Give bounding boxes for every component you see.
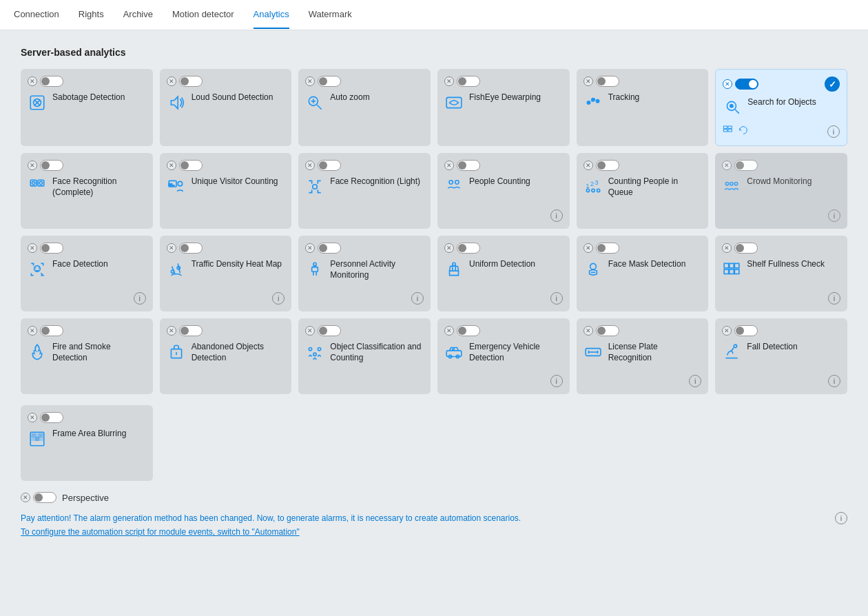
toggle-x-face-mask[interactable]: ✕ — [583, 243, 593, 253]
toggle-x-counting-queue[interactable]: ✕ — [583, 161, 593, 170]
toggle-x-loud-sound[interactable]: ✕ — [167, 76, 176, 86]
card-traffic-density: ✕ Traffic Density Heat Map i — [160, 236, 292, 311]
toggle-x-uniform-detection[interactable]: ✕ — [444, 243, 454, 253]
nav-archive[interactable]: Archive — [123, 1, 153, 29]
toggle-x-face-rec-light[interactable]: ✕ — [305, 161, 315, 170]
toggle-x-fire-smoke[interactable]: ✕ — [28, 326, 37, 336]
card-unique-visitor: ✕ Unique Visitor Counting — [160, 153, 292, 229]
nav-motion-detector[interactable]: Motion detector — [172, 1, 234, 29]
toggle-x-frame-blurring[interactable]: ✕ — [28, 413, 37, 422]
loud-sound-icon — [167, 94, 186, 116]
svg-rect-73 — [39, 433, 42, 436]
card-tracking: ✕ Tracking — [577, 69, 709, 146]
card-label-tracking: Tracking — [608, 92, 640, 103]
toggle-face-rec-light[interactable] — [318, 160, 341, 171]
toggle-abandoned-objects[interactable] — [179, 325, 203, 336]
toggle-x-object-classification[interactable]: ✕ — [305, 326, 315, 336]
toggle-x-crowd-monitoring[interactable]: ✕ — [722, 161, 732, 170]
toggle-counting-queue[interactable] — [596, 160, 619, 171]
toggle-x-tracking[interactable]: ✕ — [583, 76, 593, 86]
fire-smoke-icon — [28, 343, 47, 365]
toggle-uniform-detection[interactable] — [457, 243, 480, 254]
toggle-search-objects[interactable] — [735, 79, 758, 90]
toggle-perspective[interactable] — [33, 492, 56, 503]
info-btn-shelf-fullness[interactable]: i — [828, 292, 840, 305]
notice-line2[interactable]: To configure the automation script for m… — [21, 525, 847, 539]
card-label-counting-queue: Counting People in Queue — [608, 176, 702, 198]
analytics-grid: ✕ Sabotage Detection ✕ — [21, 69, 847, 394]
svg-point-59 — [313, 353, 316, 356]
fall-detection-icon — [722, 343, 741, 365]
toggle-frame-blurring[interactable] — [40, 412, 63, 423]
toggle-face-rec-complete[interactable] — [40, 160, 63, 171]
svg-rect-52 — [735, 263, 740, 268]
toggle-x-shelf-fullness[interactable]: ✕ — [722, 243, 732, 253]
toggle-auto-zoom[interactable] — [318, 76, 341, 87]
svg-point-27 — [449, 181, 453, 184]
toggle-x-perspective[interactable]: ✕ — [21, 493, 30, 502]
toggle-x-search-objects[interactable]: ✕ — [723, 79, 732, 89]
card-label-loud-sound: Loud Sound Detection — [192, 92, 273, 103]
toggle-x-face-rec-complete[interactable]: ✕ — [28, 161, 37, 170]
card-emergency-vehicle: ✕ Emergency Vehicle Detection i — [437, 318, 570, 394]
toggle-emergency-vehicle[interactable] — [457, 325, 480, 336]
info-btn-face-detection[interactable]: i — [134, 292, 146, 305]
nav-watermark[interactable]: Watermark — [309, 1, 352, 29]
unique-visitor-icon — [167, 178, 186, 200]
toggle-x-face-detection[interactable]: ✕ — [28, 243, 37, 253]
refresh-icon-search[interactable] — [738, 125, 749, 138]
toggle-x-traffic-density[interactable]: ✕ — [167, 243, 176, 253]
toggle-object-classification[interactable] — [318, 325, 341, 336]
info-btn-search[interactable]: i — [827, 125, 840, 138]
toggle-x-license-plate[interactable]: ✕ — [583, 326, 593, 336]
list-icon-search[interactable] — [723, 125, 734, 138]
nav-analytics[interactable]: Analytics — [254, 1, 289, 29]
info-btn-personnel-activity[interactable]: i — [411, 292, 424, 305]
toggle-tracking[interactable] — [596, 76, 619, 87]
toggle-fisheye[interactable] — [457, 76, 480, 87]
toggle-loud-sound[interactable] — [179, 76, 203, 87]
info-btn-notice[interactable]: i — [835, 512, 847, 524]
card-label-face-detection: Face Detection — [52, 259, 108, 270]
nav-rights[interactable]: Rights — [79, 1, 104, 29]
info-btn-fall-detection[interactable]: i — [828, 375, 840, 387]
info-btn-license-plate[interactable]: i — [689, 375, 701, 387]
toggle-license-plate[interactable] — [596, 325, 619, 336]
info-btn-traffic-density[interactable]: i — [272, 292, 285, 305]
toggle-x-fall-detection[interactable]: ✕ — [722, 326, 732, 336]
card-label-unique-visitor: Unique Visitor Counting — [192, 176, 278, 187]
toggle-crowd-monitoring[interactable] — [734, 160, 758, 171]
card-shelf-fullness: ✕ Shelf Fullness Check i — [715, 236, 847, 311]
info-btn-uniform-detection[interactable]: i — [550, 292, 563, 305]
svg-rect-50 — [724, 263, 729, 268]
toggle-sabotage[interactable] — [40, 76, 63, 87]
toggle-people-counting[interactable] — [457, 160, 480, 171]
toggle-fall-detection[interactable] — [734, 325, 758, 336]
toggle-unique-visitor[interactable] — [179, 160, 203, 171]
toggle-x-abandoned-objects[interactable]: ✕ — [167, 326, 176, 336]
toggle-face-detection[interactable] — [40, 243, 63, 254]
personnel-activity-icon — [305, 260, 324, 283]
toggle-fire-smoke[interactable] — [40, 325, 63, 336]
toggle-x-auto-zoom[interactable]: ✕ — [305, 76, 315, 86]
toggle-x-sabotage[interactable]: ✕ — [28, 76, 37, 86]
info-btn-crowd-monitoring[interactable]: i — [828, 209, 840, 222]
toggle-personnel-activity[interactable] — [318, 243, 341, 254]
toggle-traffic-density[interactable] — [179, 243, 203, 254]
toggle-x-emergency-vehicle[interactable]: ✕ — [444, 326, 454, 336]
info-btn-emergency-vehicle[interactable]: i — [550, 375, 563, 387]
card-face-mask: ✕ Face Mask Detection — [577, 236, 709, 311]
info-btn-people-counting[interactable]: i — [550, 209, 563, 222]
toggle-shelf-fullness[interactable] — [734, 243, 758, 254]
svg-point-45 — [313, 263, 316, 265]
toggle-face-mask[interactable] — [596, 243, 619, 254]
toggle-x-people-counting[interactable]: ✕ — [444, 161, 454, 170]
toggle-x-personnel-activity[interactable]: ✕ — [305, 243, 315, 253]
object-classification-icon — [305, 343, 324, 365]
nav-connection[interactable]: Connection — [14, 1, 59, 29]
toggle-x-fisheye[interactable]: ✕ — [444, 76, 454, 86]
toggle-x-unique-visitor[interactable]: ✕ — [167, 161, 176, 170]
notice-line1: Pay attention! The alarm generation meth… — [21, 511, 847, 525]
svg-point-21 — [39, 181, 42, 184]
search-objects-icon — [723, 99, 742, 121]
